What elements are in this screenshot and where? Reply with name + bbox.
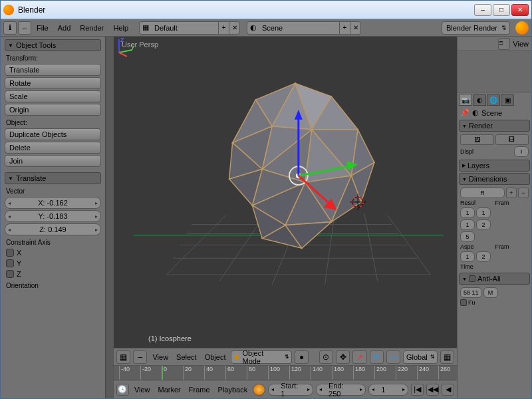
window-maximize-button[interactable]: □ [493,4,510,16]
timeline-tick: -20 [140,366,151,380]
editor-type-icon[interactable]: ℹ [3,21,17,35]
menu-render[interactable]: Render [76,23,108,33]
manipulator-toggle-icon[interactable]: ✥ [336,350,350,364]
panel-operator-translate[interactable]: Translate [5,172,101,184]
3d-viewport[interactable]: z y User Persp (1) Icosphere [114,37,457,348]
rotate-button[interactable]: Rotate [5,77,101,89]
constraint-y-check[interactable]: Y [5,259,101,268]
layout-add-button[interactable]: + [218,22,229,34]
menu-help[interactable]: Help [109,23,132,33]
timeline-menu-frame[interactable]: Frame [186,386,213,394]
3dview-menu-select[interactable]: Select [174,353,200,361]
panel-render[interactable]: Render [459,120,530,132]
mode-select[interactable]: ◆ Object Mode [231,350,291,364]
label-aspect: Aspe [460,243,494,250]
properties-breadcrumb: 📌 ◐ Scene [459,107,530,118]
editor-type-3dview-icon[interactable]: ▦ [116,350,130,364]
res-pct-field[interactable]: 5 [460,231,475,242]
scene-selector[interactable]: ◐ + ✕ [247,21,361,35]
tab-render-icon[interactable]: 📷 [459,94,472,106]
label-vector: Vector [5,186,101,196]
res-x-field[interactable]: 1 [460,207,475,218]
collapse-menus-icon[interactable]: – [18,21,31,35]
vector-y-field[interactable]: Y: -0.183 [5,210,101,222]
aa-filter-select[interactable]: M [483,287,498,298]
delete-button[interactable]: Delete [5,142,101,154]
aspect-x-field[interactable]: 1 [460,251,475,262]
layout-delete-button[interactable]: ✕ [229,22,239,34]
timeline-tick: 20 [183,366,192,380]
timeline-menu-view[interactable]: View [132,386,153,394]
pin-icon[interactable]: 📌 [460,108,469,117]
full-sample-check[interactable] [460,299,467,306]
outliner-display-icon[interactable]: ≡ [498,38,510,50]
screen-layout-input[interactable] [152,24,218,32]
cube-icon: ◆ [234,352,239,361]
label-display: Displ [460,148,513,155]
manipulator-scale-icon[interactable]: ▭ [386,350,400,364]
auto-keyframe-icon[interactable] [253,384,265,396]
transform-orientation-select[interactable]: Global [403,350,438,364]
viewport-shading-icon[interactable]: ● [295,350,309,364]
render-image-button[interactable]: 🖼 [460,134,494,145]
translate-button[interactable]: Translate [5,64,101,76]
constraint-z-check[interactable]: Z [5,269,101,279]
tab-world-icon[interactable]: 🌐 [487,94,500,106]
jump-start-icon[interactable]: |◀ [411,384,424,396]
origin-button[interactable]: Origin [5,104,101,116]
preset-add-icon[interactable]: + [506,188,517,198]
panel-antialias[interactable]: Anti-Ali [459,273,530,285]
window-minimize-button[interactable]: – [474,4,491,16]
aa-samples-field[interactable]: 58 11 [460,287,482,298]
fps-field[interactable]: 2 [476,251,491,262]
play-reverse-icon[interactable]: ◀ [442,384,454,396]
outliner-tree[interactable] [458,51,531,92]
scene-delete-button[interactable]: ✕ [350,22,360,34]
panel-object-tools[interactable]: Object Tools [5,39,101,51]
scene-input[interactable] [259,24,339,32]
tab-object-icon[interactable]: ▣ [501,94,514,106]
manipulator-translate-icon[interactable]: ↗ [352,350,366,364]
frame-end-field[interactable]: End: 250 [316,384,366,396]
panel-layers[interactable]: Layers [459,160,530,172]
render-anim-button[interactable]: 🎞 [495,134,529,145]
timeline-menu-marker[interactable]: Marker [156,386,184,394]
frame-start-field[interactable]: Start: 1 [268,384,313,396]
tab-scene-icon[interactable]: ◐ [473,94,486,106]
tool-shelf-scrollbar[interactable] [105,37,113,398]
timeline-menu-playback[interactable]: Playback [215,386,251,394]
duplicate-button[interactable]: Duplicate Objects [5,128,101,140]
collapse-3dview-menus-icon[interactable]: – [133,350,147,364]
timeline-ruler[interactable]: -40-200204060801001201401601802002202402… [114,366,457,380]
render-preset-select[interactable]: R [460,188,505,198]
3dview-menu-view[interactable]: View [150,353,171,361]
panel-dimensions[interactable]: Dimensions [459,173,530,185]
vector-x-field[interactable]: X: -0.162 [5,197,101,209]
outliner-menu-view[interactable]: View [513,40,529,48]
editor-type-timeline-icon[interactable]: 🕓 [116,384,129,396]
window-close-button[interactable]: ✕ [511,4,529,16]
keyframe-prev-icon[interactable]: ◀◀ [426,384,439,396]
timeline-tick: 140 [311,366,323,380]
menu-file[interactable]: File [33,23,53,33]
screen-layout-selector[interactable]: ▦ + ✕ [139,21,240,35]
display-mode-select[interactable]: I [514,146,529,157]
manipulator-rotate-icon[interactable]: ⟳ [370,350,384,364]
vector-z-field[interactable]: Z: 0.149 [5,223,101,235]
scene-add-button[interactable]: + [339,22,350,34]
frame-current-field[interactable]: 1 [368,384,408,396]
frame-end-prop-field[interactable]: 2 [476,219,491,230]
pivot-point-icon[interactable]: ⊙ [319,350,333,364]
menu-add[interactable]: Add [54,23,75,33]
frame-start-prop-field[interactable]: 1 [476,207,491,218]
res-y-field[interactable]: 1 [460,219,475,230]
render-engine-select[interactable]: Blender Render [442,21,510,35]
properties-editor: 📷 ◐ 🌐 ▣ 📌 ◐ Scene Render 🖼 🎞 [458,92,531,398]
join-button[interactable]: Join [5,155,101,167]
layers-button-icon[interactable]: ▦ [440,350,454,364]
scale-button[interactable]: Scale [5,90,101,102]
constraint-x-check[interactable]: X [5,248,101,257]
preset-remove-icon[interactable]: − [518,188,529,198]
3dview-menu-object[interactable]: Object [202,353,229,361]
scene-mini-icon: ◐ [472,108,479,117]
